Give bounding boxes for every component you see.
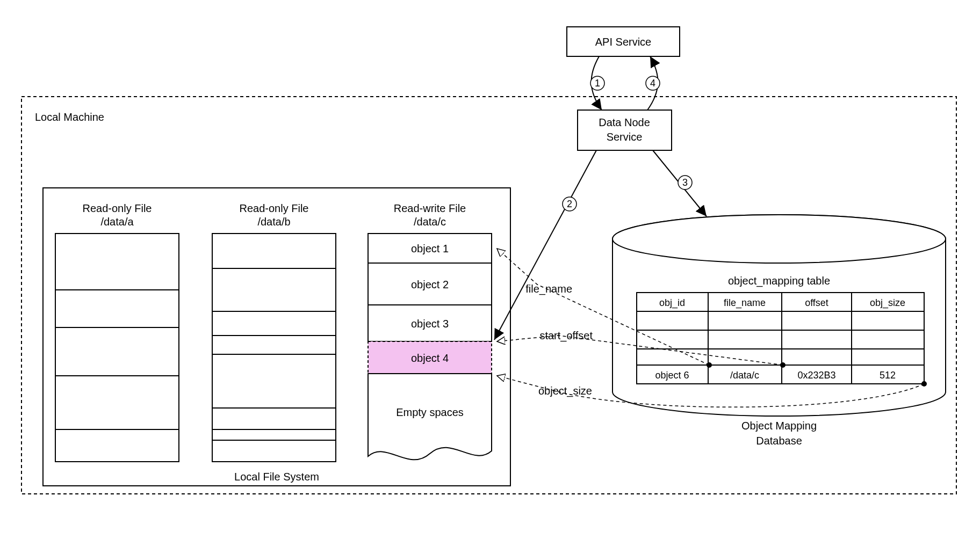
label-file-name: file_name [525,283,572,295]
svg-point-12 [612,215,946,263]
file-c-cell-0-label: object 1 [411,243,449,254]
th-3: obj_size [870,297,905,309]
file-b-title2: /data/b [257,216,290,228]
td-1: /data/c [730,370,759,381]
db-caption1: Object Mapping [741,420,817,432]
file-a-title2: /data/a [100,216,134,228]
local-machine-label: Local Machine [35,111,104,123]
step1-num: 1 [595,78,600,89]
api-service-label: API Service [595,36,651,48]
architecture-diagram: Local Machine API Service Data Node Serv… [0,0,980,554]
td-0: object 6 [655,370,689,381]
file-c-cell-3-label: object 4 [411,352,449,364]
mapping-table: obj_id file_name offset obj_size object … [637,293,924,384]
local-fs-label: Local File System [234,471,319,483]
step4-num: 4 [650,78,655,89]
label-object-size: object_size [538,385,592,397]
file-a-title1: Read-only File [83,202,152,214]
data-node-service-label1: Data Node [599,116,650,128]
td-2: 0x232B3 [797,370,835,381]
step3-num: 3 [682,177,688,188]
file-b-title1: Read-only File [240,202,309,214]
file-c-title2: /data/c [414,216,446,228]
td-3: 512 [880,370,896,381]
file-c-cell-2-label: object 3 [411,318,449,330]
table-title: object_mapping table [728,275,830,287]
th-1: file_name [724,297,766,309]
label-start-offset: start_offset [539,330,593,342]
file-c-cell-1-label: object 2 [411,279,449,290]
db-caption2: Database [756,435,802,447]
file-c-title1: Read-write File [394,202,466,214]
th-0: obj_id [659,297,685,309]
file-a-rect [55,234,179,462]
file-b-rect [212,234,336,462]
step2-num: 2 [567,199,572,209]
data-node-service-label2: Service [607,131,643,143]
th-2: offset [805,297,828,308]
file-c-cell-4-label: Empty spaces [396,406,464,418]
